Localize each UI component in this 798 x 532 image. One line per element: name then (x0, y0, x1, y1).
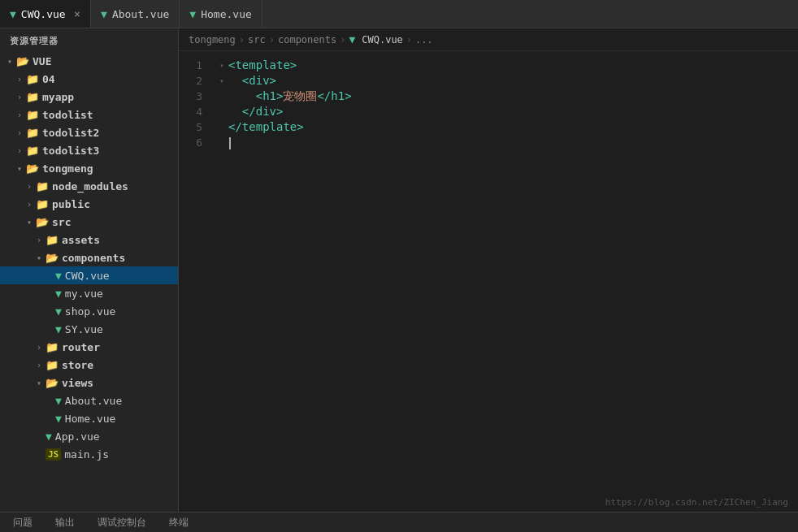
code-line: 2▾ <div> (179, 73, 798, 89)
tree-item-folder-todolist2[interactable]: ›📁todolist2 (0, 123, 178, 141)
tree-item-file-app[interactable]: ▼App.vue (0, 427, 178, 445)
tree-item-folder-todolist[interactable]: ›📁todolist (0, 106, 178, 123)
tree-item-file-main[interactable]: JSmain.js (0, 445, 178, 463)
folder-icon: 📁 (36, 198, 49, 210)
tree-item-folder-assets[interactable]: ›📁assets (0, 231, 178, 249)
tree-item-file-about[interactable]: ▼About.vue (0, 391, 178, 409)
tree-item-label: main.js (64, 448, 178, 461)
tree-item-folder-todolist3[interactable]: ›📁todolist3 (0, 141, 178, 159)
code-editor[interactable]: 1▾<template>2▾ <div>3 <h1>宠物圈</h1>4 </di… (179, 51, 798, 512)
tree-item-label: shop.vue (65, 305, 178, 318)
tab-tab-home[interactable]: ▼Home.vue (180, 0, 262, 28)
tree-item-file-shop[interactable]: ▼shop.vue (0, 302, 178, 320)
breadcrumb-item: tongmeng (189, 34, 236, 45)
tree-item-label: About.vue (65, 395, 178, 407)
tab-label: About.vue (112, 8, 169, 20)
tree-item-label: my.vue (65, 288, 178, 300)
tree-item-label: tongmeng (42, 162, 178, 175)
folder-icon: 📂 (46, 252, 59, 264)
tree-item-label: public (52, 198, 178, 210)
tree-item-label: src (52, 216, 178, 228)
folder-icon: 📂 (26, 162, 39, 175)
breadcrumb-separator: › (406, 34, 412, 45)
tree-item-folder-node_modules[interactable]: ›📁node_modules (0, 177, 178, 195)
breadcrumb: tongmeng›src›components›▼CWQ.vue›... (179, 28, 798, 51)
tree-item-folder-components[interactable]: ▾📂components (0, 249, 178, 266)
tree-item-folder-router[interactable]: ›📁router (0, 338, 178, 356)
tree-item-file-cwq[interactable]: ▼CWQ.vue (0, 266, 178, 284)
tree-item-label: Home.vue (65, 413, 178, 425)
tree-item-label: assets (62, 234, 178, 246)
tree-item-file-home[interactable]: ▼Home.vue (0, 409, 178, 427)
tab-tab-about[interactable]: ▼About.vue (91, 0, 180, 28)
bottom-tab-tab-output[interactable]: 输出 (52, 516, 78, 530)
text-cursor (229, 137, 231, 149)
bottom-tab-tab-terminal[interactable]: 终端 (166, 516, 192, 530)
folder-arrow-icon: › (13, 93, 26, 102)
folder-arrow-icon: › (33, 236, 46, 244)
tree-item-folder-src[interactable]: ▾📂src (0, 213, 178, 231)
folder-icon: 📂 (16, 55, 29, 67)
tree-item-folder-public[interactable]: ›📁public (0, 195, 178, 213)
vue-file-icon: ▼ (55, 288, 62, 300)
line-number: 3 (179, 89, 215, 104)
tree-item-vue-root[interactable]: ▾📂VUE (0, 52, 178, 70)
folder-icon: 📁 (46, 341, 59, 353)
tab-tab-cwq[interactable]: ▼CWQ.vue× (0, 0, 91, 28)
line-number: 6 (179, 135, 215, 150)
breadcrumb-separator: › (239, 34, 245, 45)
fold-arrow-icon[interactable]: ▾ (215, 73, 228, 89)
code-line-content: </template> (228, 119, 798, 135)
bottom-tab-tab-debug[interactable]: 调试控制台 (94, 516, 150, 530)
editor-area: tongmeng›src›components›▼CWQ.vue›... 1▾<… (179, 28, 798, 512)
folder-icon: 📁 (26, 73, 39, 85)
tab-label: Home.vue (201, 8, 252, 20)
folder-arrow-icon: ▾ (33, 253, 46, 262)
tree-item-label: myapp (42, 91, 178, 103)
code-line-content: <h1>宠物圈</h1> (228, 89, 798, 104)
code-line-content (228, 135, 798, 150)
folder-icon: 📁 (26, 109, 39, 121)
line-number: 5 (179, 119, 215, 135)
tab-close-button[interactable]: × (74, 7, 80, 20)
code-line-content: </div> (228, 104, 798, 119)
folder-arrow-icon: › (13, 146, 26, 155)
tree-item-label: todolist3 (42, 145, 178, 157)
tree-item-folder-store[interactable]: ›📁store (0, 356, 178, 374)
tree-item-label: VUE (33, 55, 178, 67)
tree-container: ▾📂VUE›📁04›📁myapp›📁todolist›📁todolist2›📁t… (0, 52, 178, 463)
tree-item-file-sy[interactable]: ▼SY.vue (0, 320, 178, 338)
tree-item-folder-tongmeng[interactable]: ▾📂tongmeng (0, 159, 178, 177)
folder-arrow-icon: › (33, 361, 46, 370)
vue-file-icon: ▼ (55, 413, 62, 425)
vue-file-icon: ▼ (55, 323, 62, 335)
tree-item-label: 04 (42, 73, 178, 85)
folder-icon: 📂 (46, 377, 59, 389)
code-line: 5</template> (179, 119, 798, 135)
tree-item-label: todolist (42, 109, 178, 121)
bottom-tab-tab-problems[interactable]: 问题 (10, 516, 36, 530)
watermark: https://blog.csdn.net/ZIChen_Jiang (605, 497, 788, 508)
folder-arrow-icon: › (23, 182, 36, 191)
tree-item-file-my[interactable]: ▼my.vue (0, 284, 178, 302)
tree-item-folder-views[interactable]: ▾📂views (0, 374, 178, 391)
folder-arrow-icon: ▾ (33, 378, 46, 387)
folder-arrow-icon: › (23, 200, 36, 209)
vue-file-icon: ▼ (55, 270, 62, 282)
code-line-content: <div> (228, 73, 798, 89)
tab-label: CWQ.vue (21, 8, 66, 20)
tree-item-label: node_modules (52, 180, 178, 192)
folder-icon: 📁 (46, 234, 59, 246)
tree-item-label: todolist2 (42, 127, 178, 139)
code-line: 6 (179, 135, 798, 150)
tree-item-folder-myapp[interactable]: ›📁myapp (0, 88, 178, 106)
tree-item-label: App.vue (55, 430, 178, 443)
code-line-content: <template> (228, 58, 798, 73)
fold-arrow-icon[interactable]: ▾ (215, 58, 228, 73)
folder-arrow-icon: › (13, 75, 26, 84)
folder-arrow-icon: › (33, 343, 46, 352)
code-line: 3 <h1>宠物圈</h1> (179, 89, 798, 104)
breadcrumb-item: CWQ.vue (362, 34, 403, 45)
bottom-tabs-row: 问题输出调试控制台终端 (0, 512, 798, 532)
tree-item-folder-04[interactable]: ›📁04 (0, 70, 178, 88)
